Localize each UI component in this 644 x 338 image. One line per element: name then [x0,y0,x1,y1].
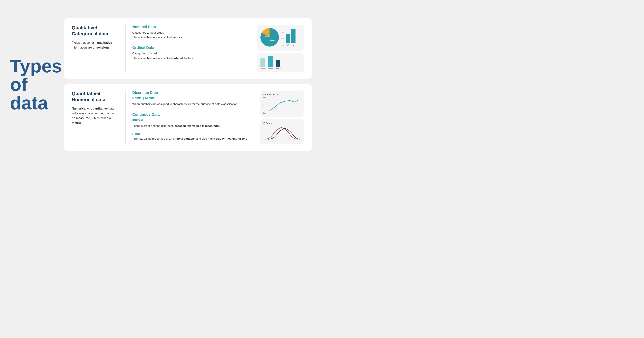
line-chart-wrapper: 300 200 100 [263,97,301,114]
nominal-bar-chart: 300 200 100 F M [282,29,296,46]
ordinal-bar-senior: Senior [276,60,281,69]
ordinal-bars: Junior Middle Senior [260,56,300,69]
page-title: Typesofdata [10,57,54,112]
bell-curve-box: IQ Score [260,119,304,144]
line-y-100: 100 [263,112,266,114]
ratio-desc: This has all the properties of an interv… [132,136,254,141]
line-chart-svg [268,97,300,114]
bar-item-f: F [286,34,290,46]
bar-f [286,34,290,43]
data-types-list: Nominal Data Categories without order.Th… [132,25,250,72]
y-axis: 300 200 100 [282,31,285,46]
ordinal-chart-box: Junior Middle Senior [257,53,304,72]
bar-label-f: F [287,44,289,46]
ordinal-desc: Categories with order.These variables ar… [132,51,250,60]
interval-sublabel: Interval [132,118,254,122]
bars-container: F M [286,29,296,46]
quantitative-desc: Numerical or quantitative data will alwa… [72,106,119,125]
pie-svg: male female [260,28,279,47]
quantitative-charts: Number of staff 300 200 100 [260,91,304,144]
line-y-300: 300 [263,97,266,99]
ordinal-section: Ordinal Data Categories with order.These… [132,46,250,60]
line-y-axis: 300 200 100 [263,97,267,114]
qualitative-card: Qualitative/Categorical data Fields that… [64,18,312,79]
y-label-300: 300 [282,31,284,33]
nominal-section: Nominal Data Categories without order.Th… [132,25,250,40]
middle-label: Middle [268,67,273,69]
ordinal-bar-middle: Middle [268,56,273,69]
bar-item-m: M [291,29,296,46]
junior-bar [260,58,265,67]
nominal-ordinal-sublabel: Nomial | Ordinal [132,96,254,100]
ratio-section: Ratio This has all the properties of an … [132,132,254,141]
line-y-200: 200 [263,104,266,106]
continuous-section: Continous Data Interval There is order a… [132,112,254,141]
y-label-100: 100 [282,44,284,46]
continuous-label: Continous Data [132,112,254,117]
discrete-label: Discreate Data [132,91,254,95]
bar-label-m: M [292,44,294,46]
senior-label: Senior [276,67,281,69]
line-chart-title: Number of staff [263,93,301,96]
line-chart-box: Number of staff 300 200 100 [260,91,304,117]
svg-text:female: female [270,39,276,41]
ordinal-bar-junior: Junior [260,58,265,69]
senior-bar [276,60,280,67]
qualitative-desc: Fields that contain qualitative informat… [72,40,119,50]
ordinal-label: Ordinal Data [132,46,250,50]
nominal-label: Nominal Data [132,25,250,29]
ratio-sublabel: Ratio [132,132,254,136]
quant-data-types: Discreate Data Nomial | Ordinal When num… [132,91,254,144]
discrete-section: Discreate Data Nomial | Ordinal When num… [132,91,254,106]
quantitative-card-right: Discreate Data Nomial | Ordinal When num… [132,91,304,144]
junior-label: Junior [260,67,265,69]
bell-curve-svg [263,126,300,141]
page-title-section: Typesofdata [10,57,54,112]
quantitative-card-left: Quantitative/Numerical data Numerical or… [72,91,119,144]
qualitative-charts: male female 300 200 100 [257,25,304,72]
middle-bar [268,56,273,67]
quantitative-card: Quantitative/Numerical data Numerical or… [64,84,312,151]
qualitative-card-left: Qualitative/Categorical data Fields that… [72,25,119,72]
nominal-desc: Categories without order.These variables… [132,30,250,40]
discrete-desc: When numbers are assigned to characteris… [132,102,254,106]
quantitative-title: Quantitative/Numerical data [72,91,119,103]
nominal-chart-box: male female 300 200 100 [257,25,304,51]
qualitative-card-right: Nominal Data Categories without order.Th… [132,25,304,72]
bell-curve-title: IQ Score [263,122,301,124]
pie-chart-proper: male female [260,28,279,47]
interval-desc: There is order and the difference betwee… [132,124,254,128]
qualitative-title: Qualitative/Categorical data [72,25,119,37]
y-label-200: 200 [282,38,284,40]
bar-m [291,29,296,43]
svg-text:male: male [265,35,270,37]
main-content: Qualitative/Categorical data Fields that… [64,18,312,151]
